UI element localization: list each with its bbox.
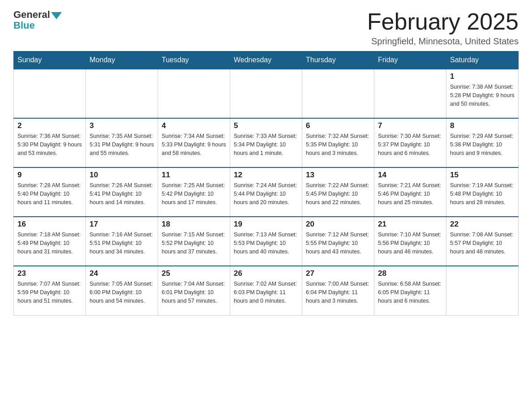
day-number: 9 <box>17 171 82 180</box>
calendar-cell: 1Sunrise: 7:38 AM Sunset: 5:28 PM Daylig… <box>446 69 519 118</box>
day-number: 7 <box>378 121 442 130</box>
day-number: 28 <box>378 269 442 278</box>
calendar-cell: 17Sunrise: 7:16 AM Sunset: 5:51 PM Dayli… <box>86 217 158 266</box>
logo-blue-text: Blue <box>13 20 35 31</box>
calendar-cell: 10Sunrise: 7:26 AM Sunset: 5:41 PM Dayli… <box>86 167 158 217</box>
day-info: Sunrise: 7:38 AM Sunset: 5:28 PM Dayligh… <box>450 83 515 108</box>
day-info: Sunrise: 7:29 AM Sunset: 5:38 PM Dayligh… <box>450 132 515 157</box>
day-info: Sunrise: 7:10 AM Sunset: 5:56 PM Dayligh… <box>378 231 442 256</box>
calendar-cell: 16Sunrise: 7:18 AM Sunset: 5:49 PM Dayli… <box>14 217 86 266</box>
day-number: 26 <box>234 269 298 278</box>
day-number: 8 <box>450 121 515 130</box>
day-number: 20 <box>306 220 370 229</box>
weekday-header-sunday: Sunday <box>14 51 86 69</box>
location-subtitle: Springfield, Minnesota, United States <box>367 36 519 47</box>
weekday-header-row: SundayMondayTuesdayWednesdayThursdayFrid… <box>14 51 519 69</box>
day-number: 24 <box>90 269 154 278</box>
weekday-header-monday: Monday <box>86 51 158 69</box>
calendar-cell: 28Sunrise: 6:58 AM Sunset: 6:05 PM Dayli… <box>374 266 446 315</box>
day-info: Sunrise: 6:58 AM Sunset: 6:05 PM Dayligh… <box>378 280 442 305</box>
day-number: 14 <box>378 171 442 180</box>
day-info: Sunrise: 7:18 AM Sunset: 5:49 PM Dayligh… <box>17 231 82 256</box>
day-number: 4 <box>162 121 226 130</box>
calendar-cell: 6Sunrise: 7:32 AM Sunset: 5:35 PM Daylig… <box>302 118 374 167</box>
day-info: Sunrise: 7:13 AM Sunset: 5:53 PM Dayligh… <box>234 231 298 256</box>
day-info: Sunrise: 7:26 AM Sunset: 5:41 PM Dayligh… <box>90 181 154 206</box>
calendar-cell: 21Sunrise: 7:10 AM Sunset: 5:56 PM Dayli… <box>374 217 446 266</box>
calendar-cell: 24Sunrise: 7:05 AM Sunset: 6:00 PM Dayli… <box>86 266 158 315</box>
calendar-cell: 27Sunrise: 7:00 AM Sunset: 6:04 PM Dayli… <box>302 266 374 315</box>
calendar-cell <box>14 69 86 118</box>
day-number: 3 <box>90 121 154 130</box>
calendar-cell: 13Sunrise: 7:22 AM Sunset: 5:45 PM Dayli… <box>302 167 374 217</box>
weekday-header-saturday: Saturday <box>446 51 519 69</box>
day-info: Sunrise: 7:36 AM Sunset: 5:30 PM Dayligh… <box>17 132 82 157</box>
day-number: 19 <box>234 220 298 229</box>
day-info: Sunrise: 7:24 AM Sunset: 5:44 PM Dayligh… <box>234 181 298 206</box>
title-area: February 2025 Springfield, Minnesota, Un… <box>367 9 519 47</box>
calendar-cell: 5Sunrise: 7:33 AM Sunset: 5:34 PM Daylig… <box>230 118 302 167</box>
day-number: 17 <box>90 220 154 229</box>
day-info: Sunrise: 7:35 AM Sunset: 5:31 PM Dayligh… <box>90 132 154 157</box>
logo: General Blue <box>13 9 62 31</box>
day-info: Sunrise: 7:04 AM Sunset: 6:01 PM Dayligh… <box>162 280 226 305</box>
day-number: 11 <box>162 171 226 180</box>
day-info: Sunrise: 7:16 AM Sunset: 5:51 PM Dayligh… <box>90 231 154 256</box>
day-number: 21 <box>378 220 442 229</box>
calendar-cell: 7Sunrise: 7:30 AM Sunset: 5:37 PM Daylig… <box>374 118 446 167</box>
logo-top: General <box>13 9 62 21</box>
calendar-cell: 26Sunrise: 7:02 AM Sunset: 6:03 PM Dayli… <box>230 266 302 315</box>
calendar-cell: 12Sunrise: 7:24 AM Sunset: 5:44 PM Dayli… <box>230 167 302 217</box>
day-info: Sunrise: 7:34 AM Sunset: 5:33 PM Dayligh… <box>162 132 226 157</box>
day-info: Sunrise: 7:28 AM Sunset: 5:40 PM Dayligh… <box>17 181 82 206</box>
weekday-header-friday: Friday <box>374 51 446 69</box>
logo-arrow-icon <box>51 12 62 19</box>
day-number: 13 <box>306 171 370 180</box>
page-header: General Blue February 2025 Springfield, … <box>13 9 519 47</box>
day-number: 6 <box>306 121 370 130</box>
day-number: 16 <box>17 220 82 229</box>
day-number: 18 <box>162 220 226 229</box>
calendar-cell <box>230 69 302 118</box>
day-info: Sunrise: 7:32 AM Sunset: 5:35 PM Dayligh… <box>306 132 370 157</box>
weekday-header-wednesday: Wednesday <box>230 51 302 69</box>
month-title: February 2025 <box>367 9 519 34</box>
weekday-header-thursday: Thursday <box>302 51 374 69</box>
day-info: Sunrise: 7:02 AM Sunset: 6:03 PM Dayligh… <box>234 280 298 305</box>
calendar-table: SundayMondayTuesdayWednesdayThursdayFrid… <box>13 51 519 316</box>
calendar-cell: 8Sunrise: 7:29 AM Sunset: 5:38 PM Daylig… <box>446 118 519 167</box>
day-info: Sunrise: 7:30 AM Sunset: 5:37 PM Dayligh… <box>378 132 442 157</box>
day-number: 25 <box>162 269 226 278</box>
day-info: Sunrise: 7:00 AM Sunset: 6:04 PM Dayligh… <box>306 280 370 305</box>
calendar-cell: 20Sunrise: 7:12 AM Sunset: 5:55 PM Dayli… <box>302 217 374 266</box>
day-info: Sunrise: 7:15 AM Sunset: 5:52 PM Dayligh… <box>162 231 226 256</box>
calendar-cell: 4Sunrise: 7:34 AM Sunset: 5:33 PM Daylig… <box>158 118 230 167</box>
calendar-cell: 3Sunrise: 7:35 AM Sunset: 5:31 PM Daylig… <box>86 118 158 167</box>
calendar-cell: 9Sunrise: 7:28 AM Sunset: 5:40 PM Daylig… <box>14 167 86 217</box>
day-number: 22 <box>450 220 515 229</box>
day-number: 23 <box>17 269 82 278</box>
calendar-cell: 2Sunrise: 7:36 AM Sunset: 5:30 PM Daylig… <box>14 118 86 167</box>
day-number: 27 <box>306 269 370 278</box>
calendar-cell: 15Sunrise: 7:19 AM Sunset: 5:48 PM Dayli… <box>446 167 519 217</box>
day-number: 10 <box>90 171 154 180</box>
day-number: 5 <box>234 121 298 130</box>
calendar-week-3: 16Sunrise: 7:18 AM Sunset: 5:49 PM Dayli… <box>14 217 519 266</box>
day-info: Sunrise: 7:25 AM Sunset: 5:42 PM Dayligh… <box>162 181 226 206</box>
logo-general-text: General <box>13 9 50 21</box>
calendar-cell <box>374 69 446 118</box>
day-number: 12 <box>234 171 298 180</box>
day-info: Sunrise: 7:05 AM Sunset: 6:00 PM Dayligh… <box>90 280 154 305</box>
day-info: Sunrise: 7:19 AM Sunset: 5:48 PM Dayligh… <box>450 181 515 206</box>
calendar-cell: 18Sunrise: 7:15 AM Sunset: 5:52 PM Dayli… <box>158 217 230 266</box>
day-info: Sunrise: 7:12 AM Sunset: 5:55 PM Dayligh… <box>306 231 370 256</box>
weekday-header-tuesday: Tuesday <box>158 51 230 69</box>
calendar-week-0: 1Sunrise: 7:38 AM Sunset: 5:28 PM Daylig… <box>14 69 519 118</box>
day-number: 2 <box>17 121 82 130</box>
calendar-cell: 14Sunrise: 7:21 AM Sunset: 5:46 PM Dayli… <box>374 167 446 217</box>
calendar-cell: 23Sunrise: 7:07 AM Sunset: 5:59 PM Dayli… <box>14 266 86 315</box>
calendar-cell: 19Sunrise: 7:13 AM Sunset: 5:53 PM Dayli… <box>230 217 302 266</box>
day-number: 1 <box>450 72 515 81</box>
calendar-week-1: 2Sunrise: 7:36 AM Sunset: 5:30 PM Daylig… <box>14 118 519 167</box>
calendar-cell: 25Sunrise: 7:04 AM Sunset: 6:01 PM Dayli… <box>158 266 230 315</box>
